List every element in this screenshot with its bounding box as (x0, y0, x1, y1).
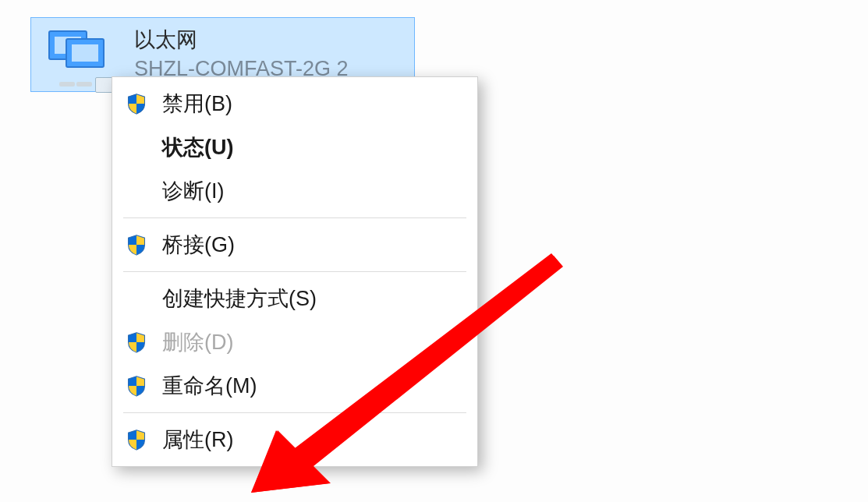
shield-icon (123, 329, 150, 355)
menu-item-disable[interactable]: 禁用(B) (112, 82, 477, 126)
shield-icon (123, 426, 150, 453)
menu-label: 桥接(G) (162, 231, 235, 259)
menu-label: 诊断(I) (162, 177, 224, 205)
menu-item-status[interactable]: 状态(U) (112, 126, 477, 169)
menu-item-bridge[interactable]: 桥接(G) (112, 223, 477, 267)
menu-item-properties[interactable]: 属性(R) (112, 418, 477, 461)
menu-label: 创建快捷方式(S) (162, 285, 317, 313)
shield-icon (123, 232, 150, 258)
menu-item-rename[interactable]: 重命名(M) (112, 364, 477, 408)
menu-item-diagnose[interactable]: 诊断(I) (112, 169, 477, 213)
menu-separator (123, 412, 466, 413)
context-menu: 禁用(B) 状态(U) 诊断(I) 桥接(G) 创建快捷方式(S) (112, 76, 478, 467)
menu-label: 状态(U) (162, 133, 233, 161)
menu-separator (123, 217, 466, 218)
menu-item-delete: 删除(D) (112, 320, 477, 364)
adapter-title: 以太网 (134, 27, 349, 52)
shield-icon (123, 90, 150, 117)
menu-label: 重命名(M) (162, 372, 257, 400)
shield-icon (123, 373, 150, 399)
menu-label: 属性(R) (162, 426, 233, 454)
menu-separator (123, 271, 466, 272)
menu-label: 禁用(B) (162, 90, 232, 118)
network-adapter-icon (44, 27, 115, 88)
menu-label: 删除(D) (162, 328, 233, 356)
menu-item-create-shortcut[interactable]: 创建快捷方式(S) (112, 277, 477, 320)
adapter-text: 以太网 SHZL-COMFAST-2G 2 (134, 27, 349, 81)
